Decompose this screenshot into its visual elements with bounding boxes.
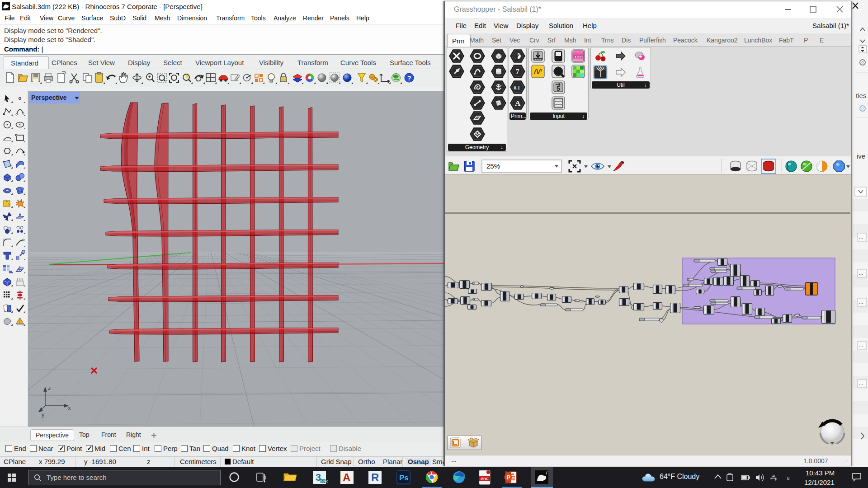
- svg-text:x: x: [68, 404, 71, 411]
- svg-text:7: 7: [516, 68, 519, 75]
- svg-text:MAX: MAX: [321, 480, 328, 483]
- svg-text:...: ...: [859, 343, 863, 348]
- svg-text:A: A: [343, 471, 350, 483]
- svg-text:Ps: Ps: [399, 474, 409, 482]
- svg-text:ε: ε: [787, 474, 790, 481]
- svg-text:ties: ties: [856, 92, 866, 99]
- svg-text:...: ...: [859, 270, 863, 276]
- svg-text:A: A: [515, 99, 521, 108]
- svg-text:3: 3: [316, 472, 321, 483]
- svg-text:ive: ive: [857, 152, 865, 160]
- svg-text:7: 7: [545, 470, 548, 475]
- svg-text:P: P: [507, 474, 511, 481]
- svg-text:y: y: [42, 411, 45, 418]
- svg-text:25%: 25%: [486, 162, 500, 170]
- svg-text:5: 5: [557, 85, 560, 92]
- svg-text:R: R: [371, 471, 379, 483]
- svg-text:z: z: [48, 385, 51, 391]
- svg-text:...: ...: [859, 234, 863, 239]
- svg-text:PDF: PDF: [481, 477, 489, 481]
- svg-text:?: ?: [407, 74, 411, 82]
- svg-text:...: ...: [859, 380, 863, 386]
- svg-text:0.1: 0.1: [514, 85, 520, 90]
- svg-text:...: ...: [859, 299, 863, 305]
